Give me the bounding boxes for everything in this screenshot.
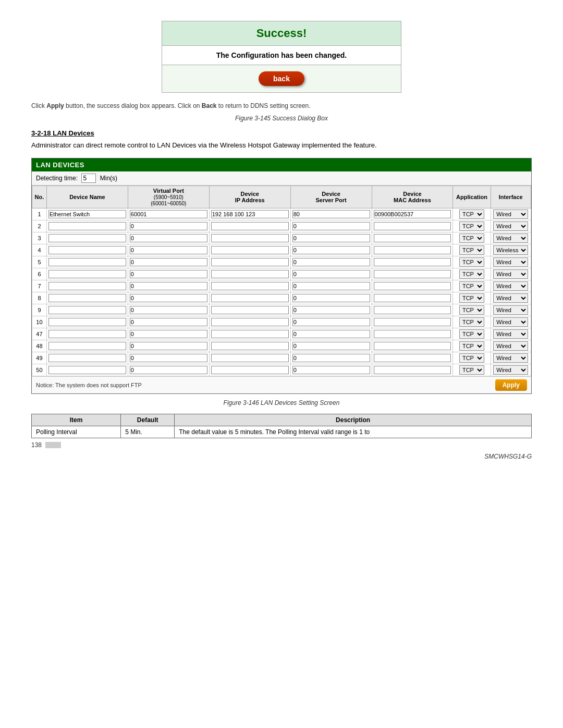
mac-address-input[interactable] (374, 282, 451, 290)
row-application[interactable]: TCPUDP (453, 352, 491, 364)
device-name-input[interactable] (48, 270, 126, 278)
application-select[interactable]: TCPUDP (459, 317, 484, 327)
row-interface[interactable]: WiredWireless (491, 232, 531, 244)
row-interface[interactable]: WiredWireless (491, 268, 531, 280)
mac-address-input[interactable] (374, 318, 451, 326)
virtual-port-input[interactable] (130, 282, 207, 290)
row-device-name[interactable] (46, 268, 128, 280)
mac-address-input[interactable] (374, 354, 451, 362)
server-port-input[interactable] (292, 234, 370, 242)
row-server-port[interactable] (290, 232, 372, 244)
server-port-input[interactable] (292, 354, 370, 362)
server-port-input[interactable] (292, 294, 370, 302)
application-select[interactable]: TCPUDP (459, 341, 484, 351)
row-server-port[interactable] (290, 256, 372, 268)
row-application[interactable]: TCPUDP (453, 292, 491, 304)
row-mac-address[interactable] (372, 316, 453, 328)
mac-address-input[interactable] (374, 366, 451, 374)
row-device-ip[interactable] (209, 316, 290, 328)
row-application[interactable]: TCPUDP (453, 256, 491, 268)
interface-select[interactable]: WiredWireless (493, 293, 528, 303)
device-ip-input[interactable] (211, 294, 289, 302)
application-select[interactable]: TCPUDP (459, 233, 484, 243)
device-ip-input[interactable] (211, 330, 289, 338)
row-server-port[interactable] (290, 280, 372, 292)
row-server-port[interactable] (290, 328, 372, 340)
row-virtual-port[interactable] (128, 364, 209, 376)
row-mac-address[interactable] (372, 220, 453, 232)
row-device-name[interactable] (46, 280, 128, 292)
row-virtual-port[interactable] (128, 244, 209, 256)
row-interface[interactable]: WiredWireless (491, 208, 531, 220)
row-server-port[interactable] (290, 304, 372, 316)
mac-address-input[interactable] (374, 258, 451, 266)
row-application[interactable]: TCPUDP (453, 304, 491, 316)
virtual-port-input[interactable] (130, 258, 207, 266)
row-server-port[interactable] (290, 292, 372, 304)
row-server-port[interactable] (290, 208, 372, 220)
device-ip-input[interactable] (211, 246, 289, 254)
row-device-name[interactable] (46, 292, 128, 304)
application-select[interactable]: TCPUDP (459, 365, 484, 375)
mac-address-input[interactable] (374, 306, 451, 314)
row-virtual-port[interactable] (128, 328, 209, 340)
application-select[interactable]: TCPUDP (459, 257, 484, 267)
row-virtual-port[interactable] (128, 208, 209, 220)
application-select[interactable]: TCPUDP (459, 269, 484, 279)
row-device-name[interactable] (46, 328, 128, 340)
row-application[interactable]: TCPUDP (453, 208, 491, 220)
device-ip-input[interactable] (211, 318, 289, 326)
interface-select[interactable]: WiredWireless (493, 353, 528, 363)
row-interface[interactable]: WiredWireless (491, 280, 531, 292)
row-server-port[interactable] (290, 268, 372, 280)
server-port-input[interactable] (292, 366, 370, 374)
server-port-input[interactable] (292, 330, 370, 338)
device-ip-input[interactable] (211, 366, 289, 374)
device-name-input[interactable] (48, 306, 126, 314)
row-server-port[interactable] (290, 340, 372, 352)
device-ip-input[interactable] (211, 282, 289, 290)
row-device-ip[interactable] (209, 208, 290, 220)
row-device-name[interactable] (46, 340, 128, 352)
interface-select[interactable]: WiredWireless (493, 257, 528, 267)
row-device-name[interactable] (46, 220, 128, 232)
mac-address-input[interactable] (374, 210, 451, 218)
virtual-port-input[interactable] (130, 318, 207, 326)
apply-button[interactable]: Apply (495, 379, 527, 391)
server-port-input[interactable] (292, 282, 370, 290)
row-application[interactable]: TCPUDP (453, 340, 491, 352)
device-name-input[interactable] (48, 318, 126, 326)
row-interface[interactable]: WiredWireless (491, 292, 531, 304)
device-name-input[interactable] (48, 210, 126, 218)
virtual-port-input[interactable] (130, 354, 207, 362)
device-name-input[interactable] (48, 234, 126, 242)
device-name-input[interactable] (48, 246, 126, 254)
row-mac-address[interactable] (372, 280, 453, 292)
row-mac-address[interactable] (372, 352, 453, 364)
row-device-ip[interactable] (209, 268, 290, 280)
row-virtual-port[interactable] (128, 352, 209, 364)
row-application[interactable]: TCPUDP (453, 232, 491, 244)
row-application[interactable]: TCPUDP (453, 244, 491, 256)
virtual-port-input[interactable] (130, 270, 207, 278)
row-server-port[interactable] (290, 220, 372, 232)
interface-select[interactable]: WiredWireless (493, 365, 528, 375)
interface-select[interactable]: WiredWireless (493, 233, 528, 243)
application-select[interactable]: TCPUDP (459, 305, 484, 315)
row-application[interactable]: TCPUDP (453, 220, 491, 232)
row-virtual-port[interactable] (128, 256, 209, 268)
row-server-port[interactable] (290, 244, 372, 256)
virtual-port-input[interactable] (130, 366, 207, 374)
interface-select[interactable]: WiredWireless (493, 281, 528, 291)
row-device-ip[interactable] (209, 304, 290, 316)
mac-address-input[interactable] (374, 330, 451, 338)
server-port-input[interactable] (292, 342, 370, 350)
mac-address-input[interactable] (374, 270, 451, 278)
row-interface[interactable]: WiredWireless (491, 340, 531, 352)
application-select[interactable]: TCPUDP (459, 245, 484, 255)
row-virtual-port[interactable] (128, 280, 209, 292)
application-select[interactable]: TCPUDP (459, 281, 484, 291)
server-port-input[interactable] (292, 210, 370, 218)
interface-select[interactable]: WiredWireless (493, 209, 528, 219)
row-interface[interactable]: WiredWireless (491, 352, 531, 364)
